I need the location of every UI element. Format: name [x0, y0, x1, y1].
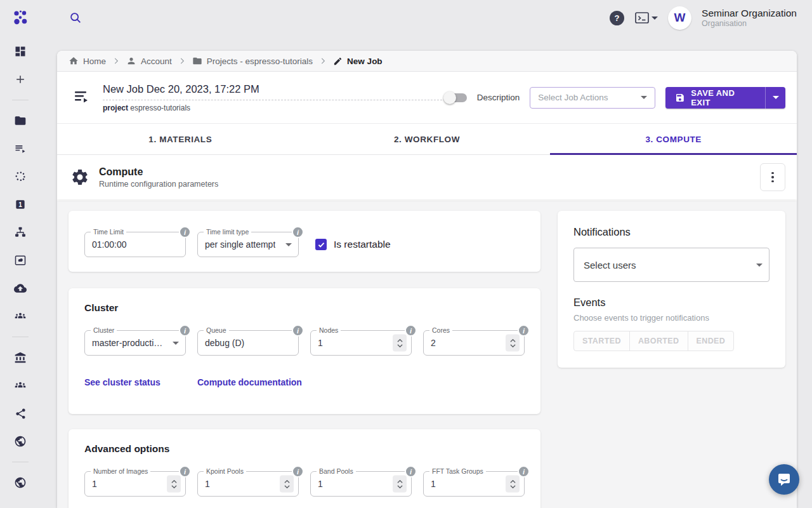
compute-title: Compute [99, 166, 218, 178]
tab-workflow[interactable]: 2. WORKFLOW [304, 124, 551, 154]
web-icon[interactable] [13, 434, 28, 449]
event-started-button[interactable]: STARTED [573, 331, 630, 351]
job-header: New Job Dec 20, 2023, 17:22 PM project e… [57, 72, 797, 124]
chat-launcher-button[interactable] [769, 464, 799, 495]
cluster-select[interactable]: Cluster master-productio... i [84, 330, 186, 356]
is-restartable-checkbox[interactable]: Is restartable [315, 239, 391, 250]
compute-docs-link[interactable]: Compute documentation [197, 377, 302, 387]
info-icon[interactable]: i [518, 465, 530, 478]
info-icon[interactable]: i [179, 324, 191, 337]
dashboard-icon[interactable] [13, 44, 28, 59]
kebab-menu-button[interactable] [760, 163, 785, 191]
workflows-icon[interactable] [13, 225, 28, 240]
organization-icon[interactable] [13, 350, 28, 365]
console-icon[interactable] [634, 11, 658, 24]
compute-form-body: Time Limit 01:00:00 i Time limit type pe… [57, 201, 797, 508]
advanced-title: Advanced options [84, 443, 525, 455]
checkbox-checked-icon [315, 239, 327, 250]
breadcrumb-projects[interactable]: Projects - espresso-tutorials [192, 56, 313, 66]
number-stepper[interactable] [506, 335, 520, 352]
queue-field[interactable]: Queue debug (D) i [197, 330, 299, 356]
fft-task-groups-field[interactable]: FFT Task Groups 1 i [423, 471, 525, 497]
save-dropdown-button[interactable] [765, 87, 785, 109]
account-icon [126, 56, 136, 66]
chevron-right-icon [178, 57, 187, 65]
sidebar-divider [12, 100, 29, 100]
tab-materials[interactable]: 1. MATERIALS [57, 124, 304, 154]
topbar: ? W Seminar Organization Organisation [41, 0, 812, 36]
description-toggle[interactable] [445, 93, 467, 102]
number-stepper[interactable] [280, 476, 294, 493]
mat3ra-logo-icon[interactable] [11, 9, 29, 27]
org-subtitle: Organisation [702, 19, 797, 29]
event-button-group: STARTED ABORTED ENDED [573, 331, 769, 351]
band-pools-field[interactable]: Band Pools 1 i [310, 471, 412, 497]
info-icon[interactable]: i [292, 226, 304, 238]
events-title: Events [573, 297, 769, 309]
tab-compute[interactable]: 3. COMPUTE [550, 124, 797, 154]
kpoint-pools-field[interactable]: Kpoint Pools 1 i [197, 471, 299, 497]
limits-card: Time Limit 01:00:00 i Time limit type pe… [69, 211, 540, 272]
chevron-down-icon [641, 96, 647, 99]
notifications-card: Notifications Select users Events Choose… [558, 211, 785, 368]
number-of-images-field[interactable]: Number of Images 1 i [84, 471, 186, 497]
gear-icon [69, 168, 91, 187]
info-icon[interactable]: i [405, 324, 417, 337]
jobs-icon[interactable] [13, 141, 28, 156]
info-icon[interactable]: i [405, 465, 417, 478]
breadcrumb-home[interactable]: Home [69, 56, 106, 66]
breadcrumb-new-job[interactable]: New Job [333, 57, 383, 66]
notifications-title: Notifications [573, 226, 769, 238]
org-name: Seminar Organization [702, 7, 797, 19]
info-icon[interactable]: i [179, 226, 191, 238]
info-icon[interactable]: i [179, 465, 191, 478]
folder-icon [192, 56, 202, 66]
sidebar: 1 [0, 0, 41, 508]
advanced-options-card: Advanced options Number of Images 1 i Kp… [69, 429, 540, 508]
search-icon[interactable] [69, 11, 82, 25]
compute-section-header: Compute Runtime configuration parameters [57, 155, 797, 199]
community-icon[interactable] [13, 378, 28, 393]
chevron-down-icon [173, 342, 179, 345]
description-label: Description [477, 93, 520, 102]
cluster-status-link[interactable]: See cluster status [84, 377, 197, 387]
materials-icon[interactable] [13, 169, 28, 184]
help-icon[interactable]: ? [610, 11, 624, 25]
select-users-dropdown[interactable]: Select users [573, 248, 769, 282]
number-stepper[interactable] [393, 476, 407, 493]
event-aborted-button[interactable]: ABORTED [629, 331, 688, 351]
time-limit-field[interactable]: Time Limit 01:00:00 i [84, 232, 186, 257]
number-stepper[interactable] [506, 476, 520, 493]
info-icon[interactable]: i [292, 324, 304, 337]
add-icon[interactable] [13, 72, 28, 87]
job-title-input[interactable]: New Job Dec 20, 2023, 17:22 PM [103, 83, 445, 100]
cluster-card: Cluster Cluster master-productio... i Qu… [69, 288, 540, 414]
projects-folder-icon[interactable] [13, 113, 28, 128]
number-stepper[interactable] [393, 335, 407, 352]
cloud-upload-icon[interactable] [13, 281, 28, 296]
cores-field[interactable]: Cores 2 i [423, 330, 525, 356]
share-icon[interactable] [13, 406, 28, 421]
images-icon[interactable] [13, 253, 28, 268]
team-icon[interactable] [13, 309, 28, 324]
web-partial-icon[interactable] [13, 475, 28, 490]
save-icon [675, 93, 685, 103]
job-actions-select[interactable]: Select Job Actions [530, 87, 655, 109]
org-menu[interactable]: Seminar Organization Organisation [702, 7, 797, 29]
number-stepper[interactable] [167, 476, 181, 493]
info-icon[interactable]: i [292, 465, 304, 478]
entity-bank-icon[interactable]: 1 [13, 197, 28, 212]
time-limit-type-select[interactable]: Time limit type per single attempt i [197, 232, 299, 257]
compute-subtitle: Runtime configuration parameters [99, 180, 218, 189]
main-panel: Home Account Projects - espresso-tutoria… [57, 51, 797, 508]
info-icon[interactable]: i [518, 324, 530, 337]
job-list-icon[interactable] [72, 88, 90, 107]
event-ended-button[interactable]: ENDED [688, 331, 735, 351]
chevron-down-icon [756, 264, 763, 267]
breadcrumb-account[interactable]: Account [126, 56, 172, 66]
avatar[interactable]: W [668, 6, 691, 30]
save-and-exit-button[interactable]: SAVE AND EXIT [665, 87, 765, 109]
nodes-field[interactable]: Nodes 1 i [310, 330, 412, 356]
save-split-button: SAVE AND EXIT [665, 87, 785, 109]
sidebar-divider [12, 462, 29, 462]
